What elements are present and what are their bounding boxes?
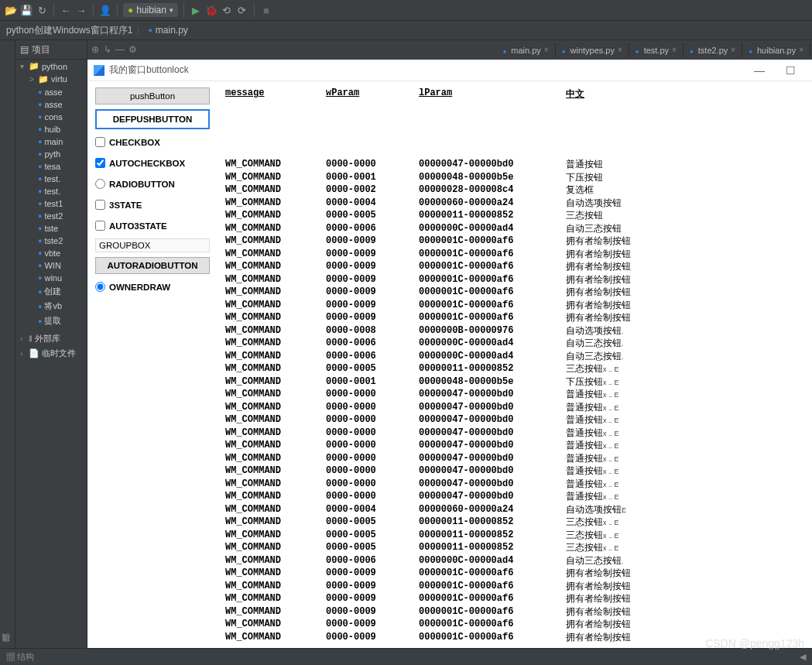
message-row: WM_COMMAND0000-000500000011-00000852三态按钮 [225, 210, 804, 223]
tree-item[interactable]: ● WIN [15, 259, 87, 272]
undo-icon[interactable]: ← [60, 4, 72, 16]
save-icon[interactable]: 💾 [20, 4, 33, 16]
editor-tab[interactable]: wintypes.py× [556, 43, 629, 57]
tree-item[interactable]: ● 创建 [15, 284, 87, 299]
breadcrumb: python创建Windows窗口程序1 〉 ● main.py [0, 21, 812, 40]
editor-tab[interactable]: main.py× [496, 43, 555, 57]
collapse-icon[interactable]: — [114, 44, 126, 57]
controls-column: pushButton DEFPUSHBUTTON CHECKBOX AUTOCH… [87, 81, 218, 665]
state3[interactable]: 3STATE [95, 197, 210, 213]
message-row: WM_COMMAND0000-000500000011-00000852三态按钮… [225, 363, 804, 376]
profile-icon[interactable]: ⟳ [236, 4, 248, 16]
stop-icon[interactable]: ■ [260, 4, 272, 16]
project-tree[interactable]: ▤ 项目 ▾📁 python >📁 virtu● asse● asse● con… [15, 40, 87, 665]
scratch-files[interactable]: ›📄 临时文件 [15, 346, 87, 361]
message-row: WM_COMMAND0000-00080000000B-00000976自动选项… [225, 325, 804, 338]
tree-item[interactable]: ● cons [15, 111, 87, 123]
editor-tab[interactable]: test.py× [629, 43, 684, 57]
radiobutton[interactable]: RADIOBUTTON [95, 176, 210, 192]
status-bar: ▦ 结构 ◀ [0, 648, 812, 665]
message-row: WM_COMMAND0000-00090000001C-00000af6拥有者绘… [225, 619, 804, 632]
message-row: WM_COMMAND0000-000000000047-00000bd0普通按钮… [225, 440, 804, 453]
message-row: WM_COMMAND0000-00090000001C-00000af6拥有者绘… [225, 606, 804, 619]
message-row: WM_COMMAND0000-000400000060-00000a24自动选项… [225, 197, 804, 211]
debug-icon[interactable]: 🐞 [205, 4, 218, 16]
col-message: message [225, 87, 326, 101]
tree-item[interactable]: ● asse [15, 98, 87, 111]
pushbutton[interactable]: pushButton [95, 87, 210, 105]
window-title: 我的窗口buttonlock [109, 63, 189, 77]
message-row: WM_COMMAND0000-00090000001C-00000af6拥有者绘… [225, 235, 804, 249]
tree-item[interactable]: ● tste [15, 222, 87, 235]
message-row: WM_COMMAND0000-000200000028-000008c4复选框 [225, 184, 804, 197]
forward-icon[interactable]: ↳ [101, 44, 114, 57]
tree-item[interactable]: ● tste2 [15, 235, 87, 247]
coverage-icon[interactable]: ⟲ [221, 4, 233, 16]
sync-icon[interactable]: ↻ [36, 4, 48, 16]
tree-item[interactable]: ● vbte [15, 247, 87, 259]
defpushbutton[interactable]: DEFPUSHBUTTON [95, 109, 210, 129]
user-icon[interactable]: 👤 [99, 4, 111, 16]
target-icon[interactable]: ⊕ [89, 44, 101, 57]
autocheckbox[interactable]: AUTOCHECKBOX [95, 155, 210, 171]
tree-item[interactable]: ● 提取 [15, 314, 87, 328]
tree-item[interactable]: >📁 virtu [15, 73, 87, 86]
col-wparam: wParam [326, 87, 419, 101]
message-row: WM_COMMAND0000-000000000047-00000bd0普通按钮… [225, 478, 804, 492]
groupbox-label: GROUPBOX [95, 238, 210, 252]
auto3state[interactable]: AUTO3STATE [95, 218, 210, 234]
window-titlebar[interactable]: 我的窗口buttonlock — ☐ [87, 60, 812, 81]
gear-icon[interactable]: ⚙ [126, 44, 139, 57]
autoradiobutton[interactable]: AUTORADIOBUTTON [95, 257, 210, 274]
checkbox[interactable]: CHECKBOX [95, 134, 210, 150]
tree-item[interactable]: ● huib [15, 123, 87, 135]
message-row: WM_COMMAND0000-00090000001C-00000af6拥有者绘… [225, 261, 804, 274]
message-row: WM_COMMAND0000-000000000047-00000bd0普通按钮 [225, 159, 804, 172]
message-row: WM_COMMAND0000-00060000000C-00000ad4自动三态… [225, 223, 804, 236]
breadcrumb-file[interactable]: main.py [156, 25, 188, 36]
message-row: WM_COMMAND0000-000400000060-00000a24自动选项… [225, 504, 804, 517]
tree-item[interactable]: ● test1 [15, 197, 87, 210]
tree-item[interactable]: ● test. [15, 185, 87, 197]
message-row: WM_COMMAND0000-00090000001C-00000af6拥有者绘… [225, 300, 804, 313]
breadcrumb-project[interactable]: python创建Windows窗口程序1 [6, 24, 132, 37]
message-row: WM_COMMAND0000-00090000001C-00000af6拥有者绘… [225, 593, 804, 606]
tree-item[interactable]: ● asse [15, 86, 87, 98]
minimize-icon[interactable]: — [744, 64, 775, 77]
side-tool-strip[interactable]: 1: 项目 [0, 40, 15, 665]
tree-item[interactable]: ● pyth [15, 148, 87, 160]
message-row: WM_COMMAND0000-00060000000C-00000ad4自动三态… [225, 555, 804, 568]
native-window: 我的窗口buttonlock — ☐ pushButton DEFPUSHBUT… [87, 60, 812, 665]
editor-tab[interactable]: huibian.py× [742, 43, 810, 57]
message-row: WM_COMMAND0000-00090000001C-00000af6拥有者绘… [225, 274, 804, 287]
redo-icon[interactable]: → [75, 4, 87, 16]
app-icon [94, 65, 104, 76]
message-row: WM_COMMAND0000-00090000001C-00000af6拥有者绘… [225, 286, 804, 300]
message-row: WM_COMMAND0000-000000000047-00000bd0普通按钮… [225, 389, 804, 402]
message-row: WM_COMMAND0000-00090000001C-00000af6拥有者绘… [225, 581, 804, 594]
tree-item[interactable]: ● main [15, 135, 87, 148]
open-icon[interactable]: 📂 [5, 4, 17, 16]
external-libs[interactable]: ›⫴ 外部库 [15, 331, 87, 346]
tree-item[interactable]: ● test2 [15, 210, 87, 222]
message-row: WM_COMMAND0000-000100000048-00000b5e下压按钮… [225, 376, 804, 389]
ownerdraw[interactable]: OWNERDRAW [95, 279, 210, 295]
message-row: WM_COMMAND0000-000500000011-00000852三态按钮… [225, 542, 804, 555]
tree-item[interactable]: ● test. [15, 173, 87, 185]
run-icon[interactable]: ▶ [190, 4, 202, 16]
editor-tab[interactable]: tste2.py× [684, 43, 742, 57]
tree-item[interactable]: ● tesa [15, 160, 87, 173]
tree-item[interactable]: ● 将vb [15, 299, 87, 314]
maximize-icon[interactable]: ☐ [775, 64, 806, 77]
col-chinese: 中文 [566, 87, 659, 101]
ide-toolbar: 📂 💾 ↻ ← → 👤 ●huibian▾ ▶ 🐞 ⟲ ⟳ ■ [0, 0, 812, 21]
col-lparam: lParam [419, 87, 566, 101]
message-row: WM_COMMAND0000-000000000047-00000bd0普通按钮… [225, 402, 804, 415]
message-row: WM_COMMAND0000-000500000011-00000852三态按钮… [225, 516, 804, 530]
message-list: message wParam lParam 中文 WM_COMMAND0000-… [218, 81, 812, 665]
message-row: WM_COMMAND0000-00090000001C-00000af6拥有者绘… [225, 312, 804, 325]
message-row: WM_COMMAND0000-00060000000C-00000ad4自动三态… [225, 338, 804, 351]
run-config-combo[interactable]: ●huibian▾ [123, 3, 178, 17]
structure-tool[interactable]: ▦ 结构 [6, 651, 34, 663]
tree-item[interactable]: ● winu [15, 272, 87, 284]
